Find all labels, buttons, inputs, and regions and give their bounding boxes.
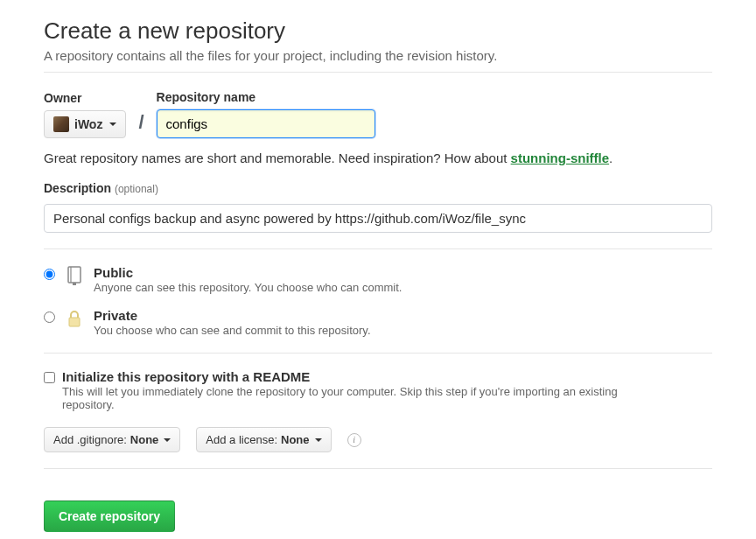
public-title: Public xyxy=(94,265,133,280)
description-label: Description (optional) xyxy=(44,181,712,195)
public-radio[interactable] xyxy=(44,269,55,280)
repo-name-input[interactable] xyxy=(157,109,375,138)
caret-down-icon xyxy=(109,122,116,126)
gitignore-value: None xyxy=(130,433,159,446)
gitignore-select[interactable]: Add .gitignore: None xyxy=(44,427,180,452)
slash-separator: / xyxy=(136,111,145,138)
private-note: You choose who can see and commit to thi… xyxy=(94,324,371,337)
divider xyxy=(44,248,712,249)
caret-down-icon xyxy=(164,438,171,442)
caret-down-icon xyxy=(315,438,322,442)
divider xyxy=(44,72,712,73)
hint-prefix: Great repository names are short and mem… xyxy=(44,150,511,165)
name-suggestion-link[interactable]: stunning-sniffle xyxy=(511,150,610,165)
info-icon[interactable]: i xyxy=(347,433,361,447)
owner-name: iWoz xyxy=(74,117,102,131)
visibility-option-private[interactable]: Private You choose who can see and commi… xyxy=(44,308,712,337)
readme-option: Initialize this repository with a README… xyxy=(44,369,712,411)
svg-rect-2 xyxy=(73,283,76,285)
page-title: Create a new repository xyxy=(44,18,712,45)
visibility-option-public[interactable]: Public Anyone can see this repository. Y… xyxy=(44,265,712,294)
avatar xyxy=(53,116,69,132)
repo-icon xyxy=(64,265,85,286)
readme-checkbox[interactable] xyxy=(44,372,55,383)
readme-title: Initialize this repository with a README xyxy=(62,369,310,384)
owner-select[interactable]: iWoz xyxy=(44,110,126,138)
gitignore-label: Add .gitignore: xyxy=(53,433,127,446)
readme-note: This will let you immediately clone the … xyxy=(62,385,622,411)
public-note: Anyone can see this repository. You choo… xyxy=(94,281,402,294)
svg-rect-0 xyxy=(68,267,80,283)
license-select[interactable]: Add a license: None xyxy=(196,427,331,452)
description-input[interactable] xyxy=(44,204,712,233)
hint-suffix: . xyxy=(609,150,612,165)
optional-label: (optional) xyxy=(115,183,158,195)
svg-rect-3 xyxy=(69,318,80,326)
lock-icon xyxy=(64,308,85,329)
page-subtitle: A repository contains all the files for … xyxy=(44,48,712,63)
owner-label: Owner xyxy=(44,91,126,105)
license-value: None xyxy=(281,433,310,446)
private-title: Private xyxy=(94,308,137,323)
create-repository-button[interactable]: Create repository xyxy=(44,500,175,532)
divider xyxy=(44,468,712,469)
divider xyxy=(44,353,712,354)
private-radio[interactable] xyxy=(44,312,55,323)
license-label: Add a license: xyxy=(206,433,277,446)
name-hint: Great repository names are short and mem… xyxy=(44,150,712,165)
repo-name-label: Repository name xyxy=(157,90,375,104)
